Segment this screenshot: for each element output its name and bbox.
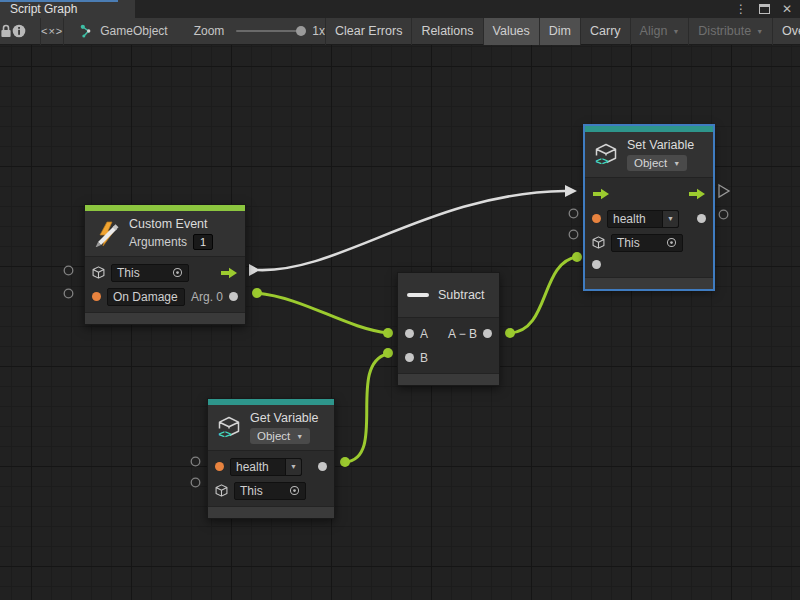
chevron-down-icon[interactable]: ▼ (285, 459, 301, 475)
node-footer (85, 312, 245, 324)
carry-toggle[interactable]: Carry (581, 18, 630, 45)
input-b-port[interactable] (405, 353, 414, 362)
arguments-input[interactable]: 1 (193, 234, 213, 250)
cube-icon (215, 484, 228, 497)
button-label: Overview (782, 24, 800, 38)
distribute-dropdown[interactable]: Distribute ▼ (689, 18, 772, 45)
object-picker-icon[interactable] (289, 485, 300, 496)
button-label: Align (640, 24, 668, 38)
node-footer (208, 506, 334, 518)
arg0-output-port[interactable] (229, 292, 238, 301)
target-value: This (617, 236, 661, 250)
node-get-variable[interactable]: <> Get Variable Object ▼ health ▼ This (207, 398, 335, 519)
variable-icon: <> (594, 143, 618, 167)
clear-errors-button[interactable]: Clear Errors (326, 18, 411, 45)
zoom-slider-handle[interactable] (296, 26, 306, 36)
overview-button[interactable]: Overview (773, 18, 800, 45)
graph-target-label: GameObject (100, 24, 167, 38)
input-a-port[interactable] (405, 329, 414, 338)
flow-output-arrow-icon[interactable] (688, 188, 706, 200)
code-icon: <×> (41, 25, 63, 37)
window-controls: ⋮ ✕ (735, 0, 800, 18)
arguments-label: Arguments (129, 235, 187, 249)
window-menu-icon[interactable]: ⋮ (735, 3, 747, 15)
variable-name-port[interactable] (592, 214, 601, 223)
node-subtract[interactable]: Subtract A A − B B (397, 272, 500, 386)
value-input-port[interactable] (592, 260, 601, 269)
variable-scope-dropdown[interactable]: Object ▼ (627, 155, 687, 171)
active-tab-accent (0, 0, 118, 2)
input-b-label: B (420, 351, 428, 365)
dim-toggle[interactable]: Dim (540, 18, 580, 45)
target-field[interactable]: This (111, 264, 189, 282)
event-port[interactable] (92, 292, 101, 301)
close-icon[interactable]: ✕ (782, 3, 792, 15)
align-dropdown[interactable]: Align ▼ (631, 18, 689, 45)
tab-title: Script Graph (10, 2, 77, 16)
node-title: Subtract (438, 288, 485, 302)
node-title: Set Variable (627, 138, 694, 152)
chevron-down-icon[interactable]: ▼ (662, 211, 678, 227)
graph-toolbar: <×> GameObject Zoom 1x Clear Errors Rela… (0, 18, 800, 45)
chevron-down-icon: ▼ (756, 28, 763, 35)
node-title: Get Variable (250, 411, 319, 425)
output-port[interactable] (483, 329, 492, 338)
flow-output-arrow-icon[interactable] (220, 267, 238, 279)
graph-icon (80, 24, 94, 38)
variable-name-dropdown[interactable]: health ▼ (230, 458, 302, 476)
cube-icon (592, 236, 605, 249)
scope-label: Object (634, 157, 667, 169)
object-picker-icon[interactable] (666, 237, 677, 248)
relations-button[interactable]: Relations (412, 18, 482, 45)
target-value: This (240, 484, 284, 498)
tab-strip: Script Graph ⋮ ✕ (0, 0, 800, 18)
lock-button[interactable] (0, 18, 12, 45)
values-toggle[interactable]: Values (484, 18, 539, 45)
zoom-label: Zoom (194, 24, 225, 38)
chevron-down-icon: ▼ (672, 28, 679, 35)
button-label: Values (493, 24, 530, 38)
subtract-icon (407, 293, 429, 297)
target-value: This (117, 266, 167, 280)
variable-name-port[interactable] (215, 462, 224, 471)
maximize-icon[interactable] (759, 4, 770, 14)
toolbar-buttons: Clear Errors Relations Values Dim Carry … (325, 18, 800, 45)
code-view-button[interactable]: <×> (41, 18, 63, 45)
zoom-value: 1x (312, 24, 325, 38)
variable-icon: <> (217, 416, 241, 440)
variable-scope-dropdown[interactable]: Object ▼ (250, 428, 310, 444)
value-output-port[interactable] (318, 462, 327, 471)
cube-icon (92, 266, 105, 279)
variable-name: health (613, 212, 657, 226)
button-label: Distribute (698, 24, 751, 38)
node-footer (585, 277, 713, 289)
zoom-slider[interactable] (236, 30, 302, 32)
chevron-down-icon: ▼ (296, 433, 303, 440)
variable-name: health (236, 460, 280, 474)
svg-text:<>: <> (219, 428, 232, 440)
object-picker-icon[interactable] (172, 267, 183, 278)
arg0-label: Arg. 0 (191, 290, 223, 304)
tab-script-graph[interactable]: Script Graph (0, 0, 135, 18)
scope-label: Object (257, 430, 290, 442)
button-label: Relations (421, 24, 473, 38)
node-set-variable[interactable]: <> Set Variable Object ▼ health ▼ (584, 125, 714, 290)
custom-event-icon (94, 221, 120, 247)
value-output-port[interactable] (697, 214, 706, 223)
target-field[interactable]: This (611, 234, 683, 252)
button-label: Carry (590, 24, 621, 38)
flow-input-arrow-icon[interactable] (592, 188, 610, 200)
graph-target[interactable]: GameObject (80, 24, 167, 38)
node-custom-event[interactable]: Custom Event Arguments 1 This (84, 204, 246, 325)
event-name-value: On Damage (113, 290, 179, 304)
chevron-down-icon: ▼ (673, 160, 680, 167)
info-button[interactable] (12, 18, 26, 45)
svg-text:<>: <> (596, 155, 609, 167)
event-name-field[interactable]: On Damage (107, 288, 185, 306)
button-label: Dim (549, 24, 571, 38)
target-field[interactable]: This (234, 482, 306, 500)
variable-name-dropdown[interactable]: health ▼ (607, 210, 679, 228)
input-a-label: A (420, 327, 428, 341)
zoom-control: Zoom 1x (194, 24, 325, 38)
toolbar-separator (63, 18, 64, 45)
